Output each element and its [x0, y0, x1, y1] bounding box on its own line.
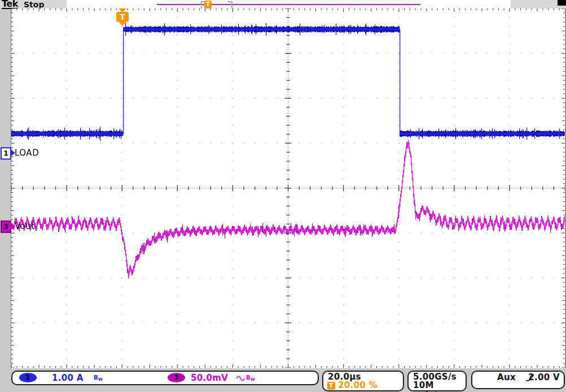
ch3-badge[interactable]: 3 — [168, 373, 185, 382]
trigger-position-percent: 20.00 % — [338, 380, 378, 390]
graticule-area — [11, 8, 566, 368]
trigger-level: 2.00 V — [528, 372, 560, 382]
ch1-position-marker[interactable]: 1 — [1, 147, 11, 160]
tek-logo: Tek — [2, 0, 18, 9]
channel-readout-box: 1 1.00 A BW 3 50.0mV BW — [11, 371, 319, 385]
ch3-bandwidth-icon: BW — [246, 372, 255, 385]
ch1-scale-readout: 1.00 A — [52, 372, 84, 384]
timebase-readout-box: 20.0µs T 20.00 % — [322, 371, 404, 391]
record-view-waveform-line — [157, 4, 420, 5]
record-length: 10M points — [413, 380, 466, 392]
top-status-bar: Tek Stop T — [0, 0, 566, 9]
ch1-waveform-label: LOAD — [15, 148, 39, 158]
ch3-scale-readout: 50.0mV — [191, 372, 228, 384]
ch3-waveform-label: Vout — [15, 221, 35, 231]
acquisition-status: Stop — [24, 0, 44, 9]
ch3-coupling-wave-icon — [236, 374, 245, 384]
waveform-canvas — [11, 8, 565, 368]
ch1-bandwidth-icon: BW — [94, 372, 103, 385]
ch1-badge[interactable]: 1 — [19, 373, 37, 382]
aux-trigger-readout-box: Aux 2.00 V — [471, 371, 565, 389]
record-view-trigger-marker[interactable]: T — [204, 1, 212, 8]
oscilloscope-screen: Tek Stop T T 1 LOAD 3 Vout 1 1.00 A BW 3… — [0, 0, 566, 392]
corner-indicator — [558, 0, 566, 6]
trigger-position-flag[interactable]: T — [116, 12, 129, 22]
bottom-status-bar: 1 1.00 A BW 3 50.0mV BW 20.0µs T 20.00 %… — [0, 368, 566, 392]
record-view-bar — [67, 0, 511, 9]
trigger-position-icon: T — [327, 382, 335, 390]
ch3-position-marker[interactable]: 3 — [1, 221, 11, 233]
trigger-source: Aux — [497, 372, 516, 382]
acquisition-readout-box: 5.00GS/s 10M points — [407, 371, 467, 391]
